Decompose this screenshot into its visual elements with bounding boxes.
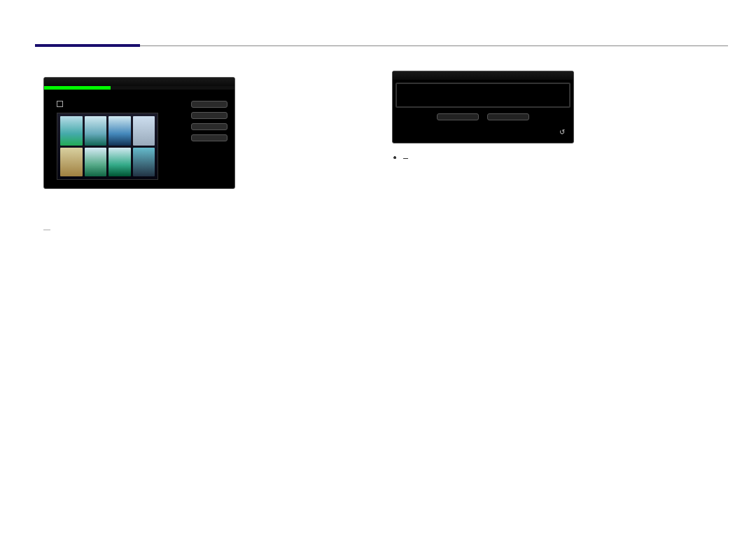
thumb[interactable] <box>133 116 155 146</box>
left-column: ― <box>35 66 371 234</box>
return-row[interactable]: ↺ <box>393 125 573 143</box>
cancel-button[interactable] <box>191 134 227 141</box>
message-row-colour[interactable] <box>397 101 569 106</box>
create-panel <box>43 77 235 189</box>
message-row-message[interactable] <box>397 84 569 90</box>
thumb[interactable] <box>60 148 83 177</box>
ok-button[interactable] <box>437 113 479 120</box>
thumb[interactable] <box>133 148 155 177</box>
progress-bar <box>44 86 234 90</box>
use-background-checkbox-row[interactable] <box>57 101 186 107</box>
dash-icon: ― <box>43 224 50 234</box>
create-panel-title <box>44 78 234 86</box>
message-row-scroll[interactable] <box>397 90 569 95</box>
thumb[interactable] <box>85 116 107 146</box>
create-panel-buttons <box>191 101 227 180</box>
message-panel-inner <box>396 83 570 108</box>
checkbox-icon <box>57 101 63 107</box>
return-icon: ↺ <box>559 127 565 137</box>
header-accent <box>35 44 140 47</box>
right-column: ↺ <box>392 66 728 234</box>
create-panel-left <box>57 101 186 180</box>
thumb[interactable] <box>85 148 107 177</box>
thumb[interactable] <box>108 148 131 177</box>
cancel-button[interactable] <box>487 113 529 120</box>
message-row-alignment[interactable] <box>397 95 569 101</box>
background-thumbnails[interactable] <box>57 113 158 180</box>
preview-button[interactable] <box>191 101 227 108</box>
create-panel-body <box>44 98 234 188</box>
thumb[interactable] <box>108 116 131 146</box>
message-panel-title <box>393 71 573 80</box>
next-button[interactable] <box>191 123 227 130</box>
create-panel-instruction <box>44 92 234 98</box>
content: ― <box>35 66 728 234</box>
previous-button[interactable] <box>191 112 227 119</box>
message-panel: ↺ <box>392 71 574 143</box>
thumb[interactable] <box>60 116 83 146</box>
message-panel-buttons <box>393 108 573 125</box>
load-note: ― <box>43 224 371 234</box>
